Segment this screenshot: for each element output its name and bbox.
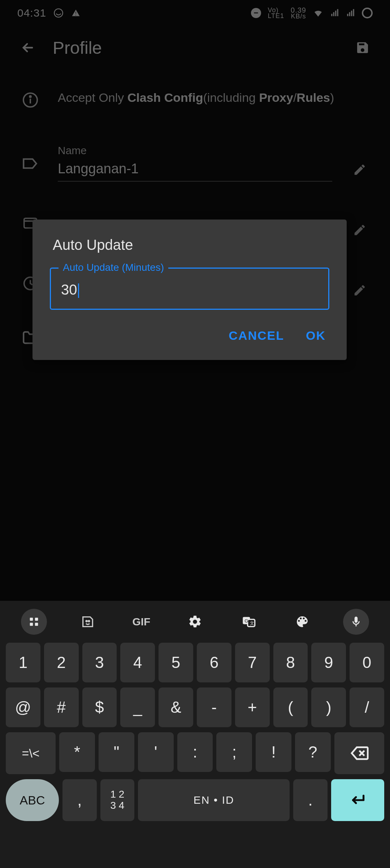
keyboard-theme-icon[interactable] [289,609,315,635]
key-6[interactable]: 6 [197,643,231,682]
key-0[interactable]: 0 [350,643,384,682]
key-dquote[interactable]: " [99,732,134,772]
key-slash[interactable]: / [350,687,384,727]
svg-point-10 [86,621,87,622]
key-8[interactable]: 8 [273,643,308,682]
dialog-input-label: Auto Update (Minutes) [58,262,168,273]
key-ampersand[interactable]: & [159,687,193,727]
keyboard-apps-icon[interactable] [21,609,47,635]
key-lparen[interactable]: ( [273,687,308,727]
svg-text:G: G [244,618,248,624]
keyboard-sticker-icon[interactable] [75,609,101,635]
svg-text:文: 文 [250,621,254,625]
key-semicolon[interactable]: ; [216,732,252,772]
key-asterisk[interactable]: * [59,732,95,772]
key-5[interactable]: 5 [159,643,193,682]
svg-point-11 [88,621,90,622]
key-colon[interactable]: : [177,732,213,772]
key-minus[interactable]: - [197,687,231,727]
key-4[interactable]: 4 [120,643,155,682]
keyboard-row-1: 1 2 3 4 5 6 7 8 9 0 [4,643,386,682]
key-7[interactable]: 7 [235,643,270,682]
soft-keyboard: GIF G文 1 2 3 4 5 6 7 8 9 0 [0,601,390,868]
key-abc[interactable]: ABC [6,779,59,821]
key-space[interactable]: EN • ID [138,779,290,821]
key-dollar[interactable]: $ [82,687,117,727]
key-question[interactable]: ? [295,732,331,772]
key-9[interactable]: 9 [311,643,346,682]
key-2[interactable]: 2 [44,643,79,682]
key-3[interactable]: 3 [82,643,117,682]
keyboard-row-3: =\< * " ' : ; ! ? [4,732,386,774]
keyboard-translate-icon[interactable]: G文 [236,609,262,635]
key-rparen[interactable]: ) [311,687,346,727]
key-numpad[interactable]: 1 23 4 [100,779,135,821]
keyboard-row-2: @ # $ _ & - + ( ) / [4,687,386,727]
svg-rect-7 [35,618,38,621]
svg-rect-9 [35,623,38,626]
svg-rect-8 [30,623,33,626]
key-period[interactable]: . [293,779,328,821]
keyboard-gif-button[interactable]: GIF [128,609,154,635]
key-at[interactable]: @ [6,687,40,727]
ok-button[interactable]: OK [306,329,326,343]
keyboard-settings-icon[interactable] [182,609,208,635]
keyboard-mic-icon[interactable] [343,609,369,635]
auto-update-dialog: Auto Update Auto Update (Minutes) 30 CAN… [32,220,347,360]
key-1[interactable]: 1 [6,643,40,682]
cancel-button[interactable]: CANCEL [229,329,284,343]
svg-rect-6 [30,618,33,621]
key-hash[interactable]: # [44,687,79,727]
key-symbols-more[interactable]: =\< [6,732,56,774]
key-comma[interactable]: , [62,779,97,821]
key-underscore[interactable]: _ [120,687,155,727]
key-exclaim[interactable]: ! [256,732,291,772]
key-squote[interactable]: ' [138,732,174,772]
keyboard-row-4: ABC , 1 23 4 EN • ID . [4,779,386,821]
key-plus[interactable]: + [235,687,270,727]
auto-update-input[interactable]: 30 [50,268,329,310]
key-enter[interactable] [331,779,384,821]
key-backspace[interactable] [334,732,384,774]
